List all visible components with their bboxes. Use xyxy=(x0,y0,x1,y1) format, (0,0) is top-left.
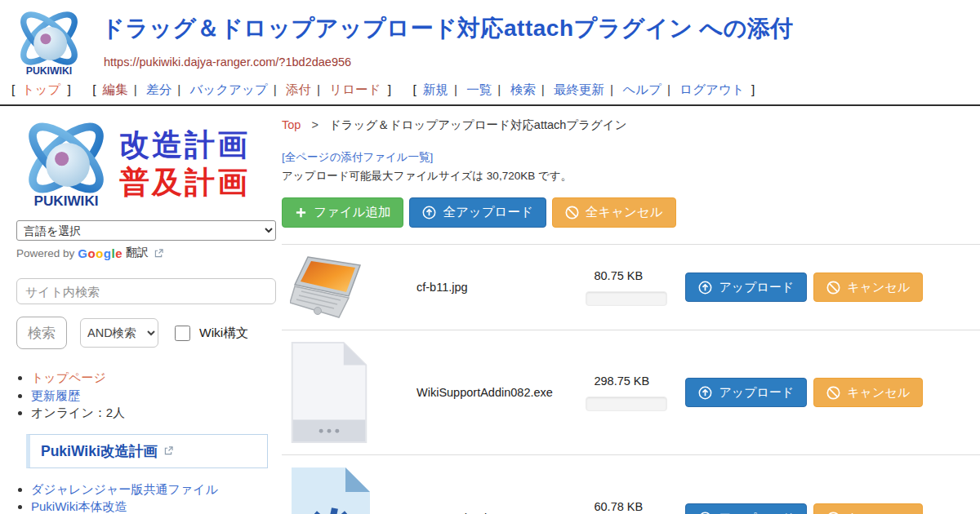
sidebar-item-body-mod[interactable]: PukiWiki本体改造 xyxy=(31,499,127,513)
breadcrumb-separator: > xyxy=(311,118,318,131)
list-item: ダジャレンジャー版共通ファイル xyxy=(31,481,282,498)
upload-icon xyxy=(698,386,712,400)
ban-icon xyxy=(826,386,840,400)
site-search-input[interactable] xyxy=(16,278,276,304)
pukiwiki-atom-icon: PUKIWIKI xyxy=(16,116,116,212)
file-row: cf-b11.jpg 80.75 KB アップロード キャンセル xyxy=(282,244,980,330)
ban-icon xyxy=(826,281,840,295)
upload-all-button[interactable]: 全アップロード xyxy=(409,197,546,228)
nav-item-new[interactable]: 新規 xyxy=(423,82,448,96)
sidebar: PUKIWIKI 改造計画 普及計画 言語を選択 Powered by Goog… xyxy=(0,106,282,514)
nav-bracket: [ xyxy=(11,82,15,96)
nav-item-diff[interactable]: 差分 xyxy=(146,82,172,96)
banner-line2: 普及計画 xyxy=(119,164,250,202)
file-name: WikiSupportAddin082.exe xyxy=(372,386,586,399)
translate-link[interactable]: 翻訳 xyxy=(126,246,149,260)
nav-bracket: ] xyxy=(68,82,71,96)
sidebar-box-pukiwiki-kaizou[interactable]: PukiWiki改造計画 xyxy=(26,434,268,468)
nav-separator: | xyxy=(541,82,545,96)
online-count: オンライン：2人 xyxy=(31,405,125,419)
file-size: 60.78 KB xyxy=(586,500,675,513)
list-item: オンライン：2人 xyxy=(31,404,282,422)
cancel-all-button[interactable]: 全キャンセル xyxy=(552,197,676,228)
nav-separator: | xyxy=(177,82,180,96)
laptop-thumbnail xyxy=(290,255,372,319)
sidebar-item-common-files[interactable]: ダジャレンジャー版共通ファイル xyxy=(31,482,218,496)
upload-progress-bar xyxy=(586,291,667,306)
upload-actions-toolbar: ファイル追加 全アップロード 全キャンセル xyxy=(282,197,980,228)
cancel-button[interactable]: キャンセル xyxy=(813,378,923,407)
sidebar-links-primary: トップページ 更新履歴 オンライン：2人 xyxy=(31,369,282,422)
page-title: ドラッグ＆ドロップアップロード対応attachプラグイン への添付 xyxy=(101,13,794,44)
google-translate-attribution: Powered by Google 翻訳 xyxy=(16,246,282,260)
upload-icon xyxy=(698,281,712,295)
sidebar-banner[interactable]: PUKIWIKI 改造計画 普及計画 xyxy=(16,116,276,212)
generic-file-icon xyxy=(290,341,368,444)
nav-separator: | xyxy=(134,82,137,96)
breadcrumb: Top > ドラッグ＆ドロップアップロード対応attachプラグイン xyxy=(282,117,980,133)
file-size: 80.75 KB xyxy=(586,269,675,282)
add-files-button[interactable]: ファイル追加 xyxy=(282,197,403,228)
nav-separator: | xyxy=(454,82,457,96)
nav-item-backup[interactable]: バックアップ xyxy=(189,82,267,96)
upload-icon xyxy=(422,206,436,219)
page-header: PUKIWIKI ドラッグ＆ドロップアップロード対応attachプラグイン への… xyxy=(0,0,980,79)
google-logo: Google xyxy=(78,246,122,260)
nav-item-search[interactable]: 検索 xyxy=(510,82,536,96)
nav-item-reload[interactable]: リロード xyxy=(329,82,381,96)
cancel-button[interactable]: キャンセル xyxy=(813,273,923,302)
nav-item-recent[interactable]: 最終更新 xyxy=(554,82,604,96)
upload-button[interactable]: アップロード xyxy=(685,503,807,514)
file-size: 298.75 KB xyxy=(586,374,675,388)
nav-item-attach[interactable]: 添付 xyxy=(286,82,311,96)
upload-queue: cf-b11.jpg 80.75 KB アップロード キャンセル xyxy=(282,244,980,514)
svg-text:PUKIWIKI: PUKIWIKI xyxy=(33,193,98,209)
breadcrumb-current: ドラッグ＆ドロップアップロード対応attachプラグイン xyxy=(329,118,627,131)
sidebar-item-toppage[interactable]: トップページ xyxy=(31,370,106,384)
language-select[interactable]: 言語を選択 xyxy=(16,220,276,241)
sidebar-box-title: PukiWiki改造計画 xyxy=(41,441,158,461)
nav-separator: | xyxy=(317,82,320,96)
upload-button[interactable]: アップロード xyxy=(685,378,807,407)
nav-item-logout[interactable]: ログアウト xyxy=(679,82,744,96)
banner-text: 改造計画 普及計画 xyxy=(119,126,250,202)
external-link-icon xyxy=(154,249,163,258)
plus-icon xyxy=(295,206,307,219)
search-mode-select[interactable]: AND検索 xyxy=(80,318,158,348)
sidebar-item-history[interactable]: 更新履歴 xyxy=(31,388,80,402)
powered-by-label: Powered by xyxy=(16,247,74,259)
nav-bracket: [ xyxy=(412,82,416,96)
pukiwiki-logo-icon[interactable]: PUKIWIKI xyxy=(11,5,87,78)
nav-bracket: [ xyxy=(92,82,96,96)
sidebar-links-secondary: ダジャレンジャー版共通ファイル PukiWiki本体改造 PukiWikiテキス… xyxy=(31,481,282,514)
external-link-icon xyxy=(164,446,173,455)
search-button[interactable]: 検索 xyxy=(16,317,67,349)
all-attachments-link[interactable]: [全ページの添付ファイル一覧] xyxy=(282,150,433,165)
top-navbar: [ トップ ] [ 編集| 差分| バックアップ| 添付| リロード ] [ 新… xyxy=(0,79,980,104)
wiki-syntax-label: Wiki構文 xyxy=(199,325,248,342)
breadcrumb-home-link[interactable]: Top xyxy=(282,118,301,131)
upload-progress-bar xyxy=(586,397,667,411)
nav-item-list[interactable]: 一覧 xyxy=(466,82,492,96)
nav-item-top[interactable]: トップ xyxy=(22,82,61,96)
ban-icon xyxy=(565,206,579,219)
nav-separator: | xyxy=(667,82,670,96)
main-content: Top > ドラッグ＆ドロップアップロード対応attachプラグイン [全ページ… xyxy=(282,106,980,514)
page-url-link[interactable]: https://pukiwiki.dajya-ranger.com/?1bd2d… xyxy=(104,55,351,69)
nav-item-help[interactable]: ヘルプ xyxy=(622,82,662,96)
svg-text:PUKIWIKI: PUKIWIKI xyxy=(26,65,73,77)
nav-item-edit[interactable]: 編集 xyxy=(103,82,128,96)
upload-button[interactable]: アップロード xyxy=(685,273,807,302)
nav-separator: | xyxy=(497,82,501,96)
nav-bracket: ] xyxy=(751,82,755,96)
list-item: PukiWiki本体改造 xyxy=(31,498,282,514)
list-item: トップページ xyxy=(31,369,282,387)
list-item: 更新履歴 xyxy=(31,387,282,405)
html-file-icon xyxy=(290,466,372,514)
file-row: WikiSupportAddin082.exe 298.75 KB アップロード… xyxy=(282,330,980,454)
search-controls: 検索 AND検索 Wiki構文 xyxy=(16,317,282,349)
nav-bracket: ] xyxy=(388,82,391,96)
wiki-syntax-checkbox[interactable] xyxy=(175,326,190,341)
banner-line1: 改造計画 xyxy=(119,126,250,164)
cancel-button[interactable]: キャンセル xyxy=(813,503,923,514)
